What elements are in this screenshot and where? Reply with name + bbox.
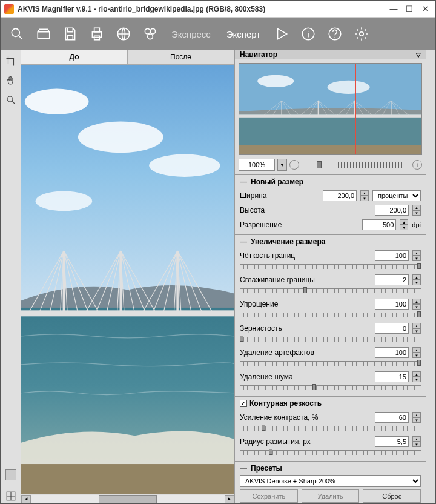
sharpness-input[interactable] [375,250,409,261]
tab-after[interactable]: После [128,50,234,64]
navigator-preview[interactable] [239,63,422,155]
simplify-label: Упрощение [240,300,371,308]
resolution-input[interactable] [362,219,396,230]
svg-point-11 [7,96,13,102]
delete-preset-button[interactable]: Удалить [302,489,360,503]
enlarge-title: Увеличение размера [240,237,421,246]
split-view-icon[interactable] [4,489,18,503]
height-input[interactable] [375,205,409,216]
close-button[interactable]: ✕ [418,4,432,15]
contour-checkbox[interactable]: ✓ [240,400,247,407]
height-spinner[interactable]: ▲▼ [412,205,421,216]
simplify-spinner[interactable]: ▲▼ [412,299,421,310]
sharpness-label: Чёткость границ [240,251,371,260]
svg-point-10 [360,32,364,36]
smooth-input[interactable] [375,274,409,285]
open-icon[interactable] [32,22,55,45]
zoom-input[interactable] [239,159,275,171]
svg-point-14 [25,89,89,114]
radius-input[interactable] [375,436,409,447]
color-swatch[interactable] [5,469,16,480]
help-icon[interactable] [323,22,346,45]
preset-select[interactable]: AKVIS Denoise + Sharp 200% [240,475,421,487]
dpi-label: dpi [412,221,421,228]
web-icon[interactable] [112,22,135,45]
grain-slider[interactable] [240,337,421,342]
save-icon[interactable] [59,22,82,45]
svg-point-17 [35,191,92,211]
app-icon [4,4,14,14]
artifact-input[interactable] [375,347,409,358]
svg-point-16 [149,154,220,177]
tab-before[interactable]: До [21,50,128,64]
height-label: Высота [240,206,371,214]
artifact-label: Удаление артефактов [240,348,371,357]
newsize-title: Новый размер [240,177,421,186]
smooth-slider[interactable] [240,288,421,293]
navigator-header: Навигатор ▽ [235,50,426,59]
crop-icon[interactable] [4,54,18,68]
minimize-button[interactable]: — [387,4,400,15]
save-preset-button[interactable]: Сохранить [240,489,298,503]
resolution-spinner[interactable]: ▲▼ [400,219,408,230]
contrast-input[interactable] [375,412,409,423]
express-mode-button[interactable]: Экспресс [165,25,217,43]
simplify-input[interactable] [375,299,409,310]
artifact-spinner[interactable]: ▲▼ [412,347,421,358]
horizontal-scrollbar[interactable]: ◄ ► [21,494,234,503]
zoom-dropdown-icon[interactable]: ▼ [277,159,287,171]
reset-preset-button[interactable]: Сброс [363,489,421,503]
width-input[interactable] [323,190,357,201]
svg-point-15 [78,122,164,153]
artifact-slider[interactable] [240,361,421,366]
svg-rect-2 [94,28,100,32]
sharpness-slider[interactable] [240,264,421,269]
zoom-out-icon[interactable]: − [289,160,299,170]
grain-spinner[interactable]: ▲▼ [412,323,421,334]
print-icon[interactable] [85,22,108,45]
scroll-left-icon[interactable]: ◄ [21,495,31,503]
scroll-thumb[interactable] [99,495,157,503]
noise-input[interactable] [375,371,409,382]
collapse-icon[interactable]: ▽ [416,51,421,58]
hand-icon[interactable] [4,73,18,88]
svg-point-0 [12,28,19,36]
contrast-spinner[interactable]: ▲▼ [412,412,421,423]
grain-input[interactable] [375,323,409,334]
svg-rect-3 [94,36,100,40]
settings-icon[interactable] [350,22,373,45]
maximize-button[interactable]: ☐ [403,4,416,15]
radius-spinner[interactable]: ▲▼ [412,436,421,447]
contour-title: ✓Контурная резкость [240,399,421,408]
smooth-spinner[interactable]: ▲▼ [412,274,421,285]
simplify-slider[interactable] [240,313,421,317]
width-spinner[interactable]: ▲▼ [360,190,369,201]
sharpness-spinner[interactable]: ▲▼ [412,250,421,261]
zoom-icon[interactable] [4,93,18,107]
navigator-viewport[interactable] [305,64,355,154]
unit-select[interactable]: проценты [372,190,421,201]
zoom-in-icon[interactable]: + [412,160,422,170]
left-toolbar [1,50,21,503]
svg-point-23 [257,75,294,87]
magnifier-tool-icon[interactable] [5,22,28,45]
batch-icon[interactable] [139,22,162,45]
run-icon[interactable] [270,22,293,45]
vertical-scrollbar[interactable] [426,50,435,503]
info-icon[interactable] [297,22,320,45]
noise-spinner[interactable]: ▲▼ [412,371,421,382]
window-title: AKVIS Magnifier v.9.1 - rio-antirio_brid… [18,5,387,13]
navigator-title: Навигатор [240,50,277,59]
noise-slider[interactable] [240,385,421,390]
contrast-slider[interactable] [240,426,421,431]
expert-mode-button[interactable]: Эксперт [220,25,266,43]
scroll-right-icon[interactable]: ► [225,495,234,503]
image-canvas[interactable] [21,65,234,494]
main-toolbar: Экспресс Эксперт [1,18,435,50]
zoom-slider[interactable] [302,160,410,170]
radius-label: Радиус размытия, px [240,437,371,446]
radius-slider[interactable] [240,450,421,455]
right-panel: Навигатор ▽ [234,50,426,503]
svg-point-5 [145,28,150,34]
canvas-area: До После [21,50,234,503]
